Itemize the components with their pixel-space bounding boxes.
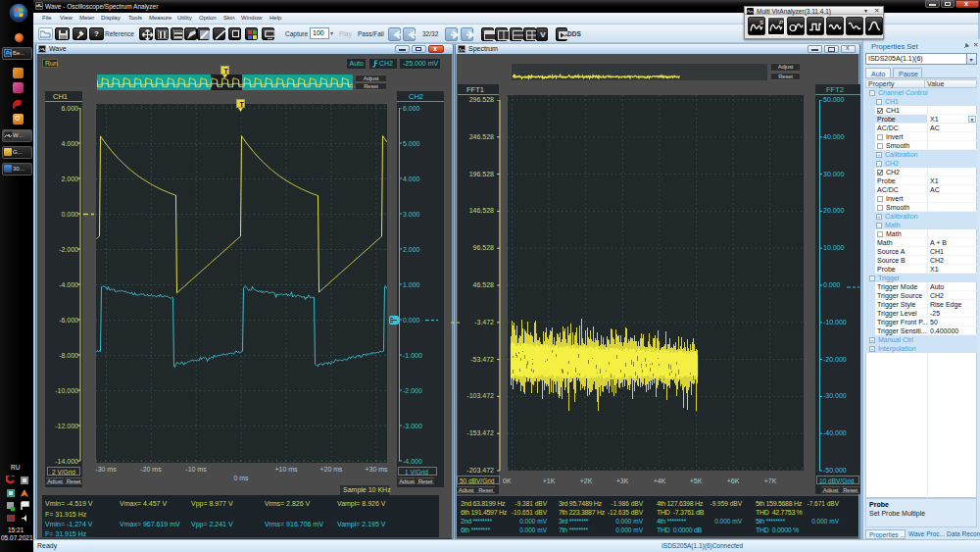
svg-text:S: S: [760, 20, 763, 25]
svg-text:P: P: [779, 20, 783, 25]
